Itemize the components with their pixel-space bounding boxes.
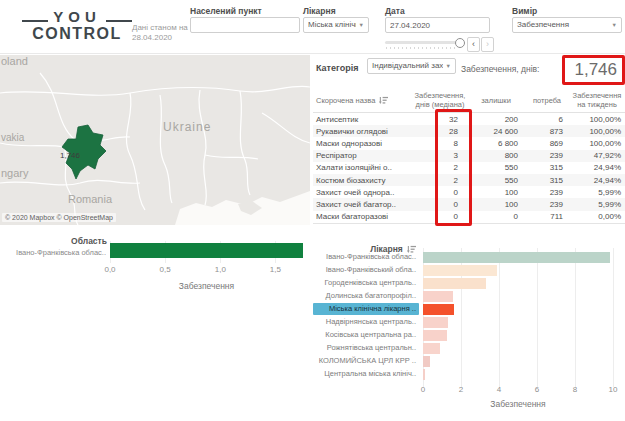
date-slider-ticks (386, 47, 458, 49)
hospital-label[interactable]: Долинська багатопрофіл.. (313, 290, 419, 302)
hospital-label[interactable]: Косівська центральна ра.. (313, 329, 419, 341)
axis-tick-label: 0 (414, 385, 432, 394)
logo-line2: CONTROL (22, 25, 132, 43)
gridline (499, 248, 500, 387)
supplies-table: Скорочена назва Забезпечення, днів (меді… (313, 88, 625, 222)
table-cell: 100,00% (569, 139, 625, 148)
measure-select[interactable]: Забезпечення ▼ (512, 17, 622, 33)
hospital-bar[interactable] (423, 343, 440, 354)
region-value-label: 1,746 (60, 151, 81, 160)
hospital-label[interactable]: Центральна міська клініч.. (313, 368, 419, 380)
table-cell: Захист очей багатор.. (313, 200, 413, 209)
table-cell: 24 600 (467, 127, 525, 136)
hospital-label[interactable]: Городенківська централь.. (313, 277, 419, 289)
country-label-slovakia: vakia (1, 132, 25, 143)
axis-tick-label: 0,0 (98, 265, 122, 274)
table-cell: 0 (467, 212, 525, 221)
settlement-input[interactable] (190, 17, 300, 33)
table-cell: 100,00% (569, 115, 625, 124)
hospital-chart: Лікарня Івано-Франківська облас..Івано-Ф… (313, 243, 625, 421)
data-as-of-note: Дані станом на 28.04.2020 (132, 23, 188, 43)
axis-tick-label: 2 (452, 385, 470, 394)
axis-tick-label: 10 (604, 385, 622, 394)
table-cell: 239 (525, 188, 569, 197)
category-select-value: Індивідуальний зах... (372, 58, 443, 74)
table-cell: 24,94% (569, 176, 625, 185)
data-as-of-line1: Дані станом на (132, 23, 188, 33)
youcontrol-logo: YOU CONTROL (22, 9, 132, 43)
hospital-label[interactable]: Рожнятівська центральн.. (313, 342, 419, 354)
oblast-chart-title: Область (0, 236, 107, 246)
hospital-label[interactable]: Надвірнянська централь.. (313, 316, 419, 328)
hospital-label[interactable]: Івано-Франківський обла.. (313, 264, 419, 276)
hospital-bar[interactable] (423, 330, 447, 341)
hospital-bar[interactable] (423, 291, 453, 302)
data-as-of-line2: 28.04.2020 (132, 33, 188, 43)
annotation-box-metric: 1,746 (562, 55, 625, 85)
date-next-button[interactable]: › (481, 37, 494, 52)
table-cell: 5,99% (569, 188, 625, 197)
hospital-bar[interactable] (423, 356, 430, 367)
hospital-bar[interactable] (423, 252, 610, 263)
table-cell: Респіратор (313, 151, 413, 160)
axis-tick-label: 1,5 (263, 265, 287, 274)
table-cell: 550 (467, 176, 525, 185)
table-cell: 200 (467, 115, 525, 124)
table-cell: 6 (525, 115, 569, 124)
oblast-bar[interactable] (110, 243, 303, 258)
dashboard: YOU CONTROL Дані станом на 28.04.2020 На… (0, 0, 625, 421)
hospital-bar[interactable] (423, 278, 486, 289)
hospital-bar[interactable] (423, 369, 425, 380)
hospital-label[interactable]: КОЛОМИЙСЬКА ЦРЛ КРР .. (313, 355, 419, 367)
col-header-weekly[interactable]: Забезпечення на тиждень (569, 88, 625, 112)
hospital-label[interactable]: Івано-Франківська облас.. (313, 251, 419, 263)
annotation-box-column (435, 109, 472, 226)
measure-filter-label: Вимір (512, 6, 537, 16)
table-cell: Маски багаторазові (313, 212, 413, 221)
country-label-poland: oland (1, 55, 28, 67)
map-attribution: © 2020 Mapbox © OpenStreetMap (2, 213, 116, 222)
table-cell: 873 (525, 127, 569, 136)
date-slider-handle[interactable] (455, 38, 465, 48)
country-label-hungary: ngary (1, 167, 29, 179)
table-cell: 5,99% (569, 200, 625, 209)
hospital-axis-label: Забезпечення (423, 399, 613, 409)
date-prev-button[interactable]: ‹ (467, 37, 480, 52)
axis-tick-label: 4 (490, 385, 508, 394)
table-cell: 315 (525, 163, 569, 172)
col-header-need[interactable]: потреба (525, 88, 569, 112)
hospital-filter-label: Лікарня (303, 6, 336, 16)
table-cell: 6 800 (467, 139, 525, 148)
axis-tick-label: 1,0 (208, 265, 232, 274)
table-cell: 0,00% (569, 212, 625, 221)
table-cell: 711 (525, 212, 569, 221)
hospital-label[interactable]: Міська клінічна лікарня .. (313, 303, 419, 315)
map-panel[interactable]: 1,746 Ukraine Romania vakia ngary oland … (0, 55, 310, 225)
category-label: Категорія (316, 63, 358, 73)
table-cell: 239 (525, 151, 569, 160)
table-cell: Рукавички оглядові (313, 127, 413, 136)
supply-days-label: Забезпечення, днів: (461, 64, 539, 74)
table-cell: 100 (467, 200, 525, 209)
date-slider[interactable] (385, 41, 457, 44)
oblast-category-label[interactable]: Івано-Франківська облас.. (0, 248, 106, 257)
table-cell: Халати ізоляційні о.. (313, 163, 413, 172)
hospital-bar[interactable] (423, 304, 454, 315)
table-cell: Маски одноразові (313, 139, 413, 148)
sort-icon[interactable] (379, 96, 388, 105)
col-header-stock[interactable]: залишки (467, 88, 525, 112)
chevron-down-icon: ▼ (359, 17, 364, 33)
hospital-select[interactable]: Міська клінічна ... ▼ (303, 17, 369, 33)
table-cell: Захист очей однора.. (313, 188, 413, 197)
hospital-bar[interactable] (423, 317, 448, 328)
table-cell: 315 (525, 176, 569, 185)
chevron-down-icon: ▼ (446, 58, 451, 74)
category-select[interactable]: Індивідуальний зах... ▼ (367, 58, 456, 74)
hospital-bar[interactable] (423, 265, 497, 276)
oblast-chart: Область Івано-Франківська облас.. 0,00,5… (0, 228, 312, 302)
table-cell: 869 (525, 139, 569, 148)
gridline (575, 248, 576, 387)
col-header-name[interactable]: Скорочена назва (313, 88, 413, 112)
date-input[interactable]: 27.04.2020 (385, 17, 490, 33)
hospital-select-value: Міська клінічна ... (308, 17, 356, 33)
